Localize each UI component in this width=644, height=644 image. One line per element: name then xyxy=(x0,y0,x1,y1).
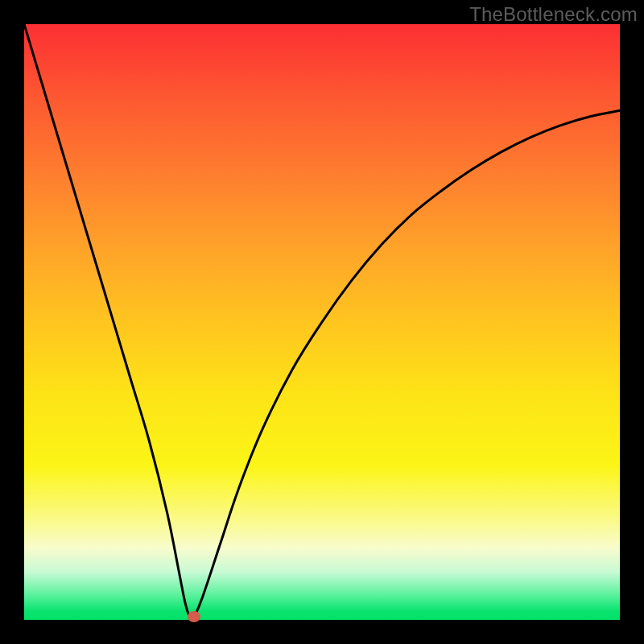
chart-frame: TheBottleneck.com xyxy=(0,0,644,644)
watermark-text: TheBottleneck.com xyxy=(469,3,638,26)
minimum-marker-dot xyxy=(188,611,200,622)
plot-area xyxy=(24,24,620,620)
bottleneck-curve xyxy=(24,24,620,619)
curve-svg xyxy=(24,24,620,620)
